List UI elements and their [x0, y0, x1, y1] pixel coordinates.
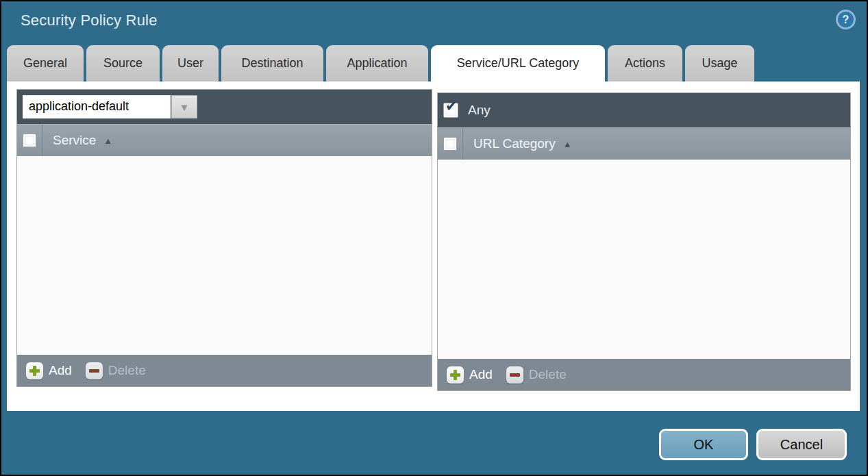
tab-label: User	[177, 56, 203, 71]
tab-label: Usage	[702, 56, 737, 71]
tab-source[interactable]: Source	[86, 45, 160, 82]
service-select-all-checkbox[interactable]	[23, 134, 36, 147]
ok-label: OK	[694, 437, 714, 453]
delete-label: Delete	[108, 363, 146, 378]
ok-button[interactable]: OK	[659, 429, 748, 460]
service-type-value[interactable]: application-default	[23, 95, 171, 118]
service-delete-button[interactable]: Delete	[86, 362, 146, 379]
url-category-add-button[interactable]: Add	[447, 366, 493, 384]
service-panel-header: application-default ▼	[17, 90, 432, 124]
service-column-header[interactable]: Service ▲	[17, 124, 432, 156]
url-category-column-label: URL Category	[473, 136, 556, 151]
tab-label: Application	[347, 56, 407, 71]
delete-label: Delete	[529, 367, 567, 382]
tab-actions[interactable]: Actions	[608, 45, 682, 82]
help-icon[interactable]: ?	[836, 10, 856, 29]
service-type-dropdown[interactable]: application-default ▼	[23, 95, 197, 118]
url-category-column-header[interactable]: URL Category ▲	[438, 127, 850, 160]
service-panel: application-default ▼ Service ▲ Add	[16, 89, 432, 387]
any-checkbox[interactable]: ✔	[443, 103, 458, 118]
tab-usage[interactable]: Usage	[685, 45, 754, 82]
url-category-panel: ✔ Any URL Category ▲ Add Delete	[437, 92, 851, 391]
sort-ascending-icon: ▲	[563, 139, 572, 149]
cancel-button[interactable]: Cancel	[756, 429, 847, 460]
add-label: Add	[469, 367, 493, 382]
service-list	[17, 156, 432, 355]
tab-service-url-category[interactable]: Service/URL Category	[431, 45, 605, 82]
tab-content-area: application-default ▼ Service ▲ Add	[7, 82, 860, 411]
tab-label: Actions	[625, 56, 665, 71]
service-panel-footer: Add Delete	[17, 355, 432, 386]
tab-application[interactable]: Application	[326, 45, 428, 82]
service-column-label: Service	[53, 133, 96, 148]
url-category-select-all-checkbox[interactable]	[443, 137, 457, 151]
cancel-label: Cancel	[780, 437, 823, 453]
url-category-list	[438, 160, 850, 359]
url-category-delete-button[interactable]: Delete	[506, 366, 567, 384]
service-add-button[interactable]: Add	[26, 362, 72, 379]
minus-icon	[86, 362, 103, 379]
minus-icon	[506, 366, 523, 384]
tab-user[interactable]: User	[162, 45, 219, 82]
url-category-select-all-cell	[438, 128, 463, 160]
add-label: Add	[49, 363, 72, 378]
sort-ascending-icon: ▲	[103, 136, 112, 146]
url-category-panel-header: ✔ Any	[438, 93, 850, 127]
chevron-down-icon: ▼	[179, 101, 190, 113]
tab-label: Source	[103, 56, 142, 71]
tab-label: General	[23, 56, 67, 71]
checkmark-icon: ✔	[445, 99, 458, 113]
question-mark-glyph: ?	[843, 14, 850, 26]
dialog-title: Security Policy Rule	[21, 12, 158, 29]
tab-label: Destination	[241, 56, 303, 71]
tab-destination[interactable]: Destination	[221, 45, 323, 82]
plus-icon	[447, 366, 464, 384]
service-select-all-cell	[17, 125, 42, 156]
security-policy-rule-dialog: Security Policy Rule ? General Source Us…	[0, 0, 868, 476]
any-label: Any	[468, 103, 491, 118]
tab-label: Service/URL Category	[457, 56, 579, 71]
tab-bar: General Source User Destination Applicat…	[7, 45, 754, 82]
plus-icon	[26, 362, 43, 379]
tab-general[interactable]: General	[7, 45, 84, 82]
dropdown-arrow-button[interactable]: ▼	[171, 95, 197, 118]
url-category-panel-footer: Add Delete	[438, 359, 850, 390]
